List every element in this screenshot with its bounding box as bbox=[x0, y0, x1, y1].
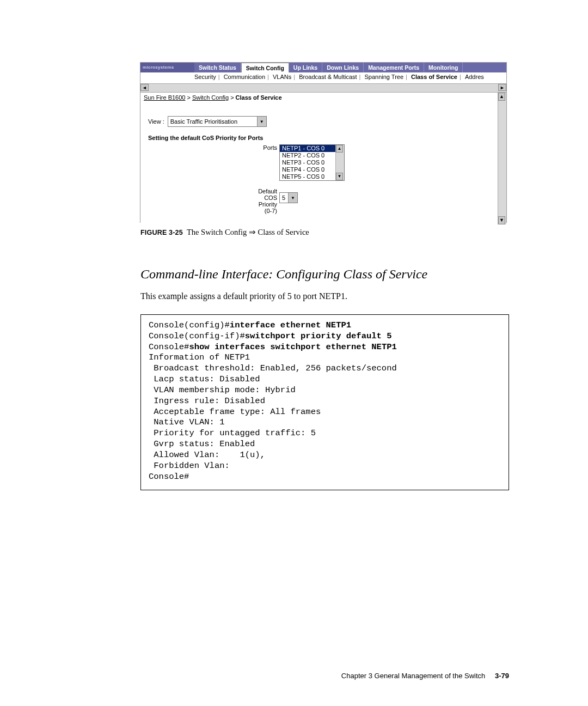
crumb-mid[interactable]: Switch Config bbox=[192, 94, 229, 101]
cli-example: Console(config)#interface ethernet NETP1… bbox=[140, 314, 509, 490]
cli-output: Broadcast threshold: Enabled, 256 packet… bbox=[149, 363, 397, 373]
cli-output: Priority for untagged traffic: 5 bbox=[149, 428, 316, 438]
primary-tabs: microsystems Switch Status Switch Config… bbox=[140, 63, 506, 72]
view-select[interactable]: Basic Traffic Prioritisation ▼ bbox=[168, 116, 267, 127]
footer-page-number: 3-79 bbox=[487, 672, 509, 680]
tab-down-links[interactable]: Down Links bbox=[322, 63, 364, 72]
cli-prompt: Console# bbox=[149, 342, 189, 352]
ports-option[interactable]: NETP5 - COS 0 bbox=[280, 173, 344, 180]
scroll-up-icon[interactable]: ▲ bbox=[336, 145, 343, 153]
cli-prompt: Console(config)# bbox=[149, 320, 230, 330]
scroll-up-icon[interactable]: ▲ bbox=[498, 93, 505, 101]
cli-output: Allowed Vlan: 1(u), bbox=[149, 450, 265, 460]
page-footer: Chapter 3 General Management of the Swit… bbox=[341, 672, 509, 680]
cli-cmd: interface ethernet NETP1 bbox=[230, 320, 351, 330]
ports-label: Ports bbox=[255, 144, 277, 151]
tab-switch-status[interactable]: Switch Status bbox=[194, 63, 241, 72]
tab-management-ports[interactable]: Management Ports bbox=[364, 63, 424, 72]
ports-option[interactable]: NETP3 - COS 0 bbox=[280, 159, 344, 166]
cli-cmd: switchport priority default 5 bbox=[245, 331, 392, 341]
caption-text-a: The Switch Config bbox=[187, 228, 249, 236]
cli-section-heading: Command-line Interface: Configuring Clas… bbox=[140, 267, 509, 282]
scroll-left-icon[interactable]: ◄ bbox=[140, 84, 149, 91]
ports-listbox[interactable]: NETP1 - COS 0 NETP2 - COS 0 NETP3 - COS … bbox=[279, 144, 345, 181]
scroll-down-icon[interactable]: ▼ bbox=[336, 173, 343, 180]
ports-option[interactable]: NETP2 - COS 0 bbox=[280, 152, 344, 159]
vscrollbar[interactable]: ▲ ▼ bbox=[498, 93, 506, 224]
subnav-cos[interactable]: Class of Service bbox=[409, 74, 459, 80]
chevron-down-icon[interactable]: ▼ bbox=[257, 117, 266, 126]
ports-option[interactable]: NETP1 - COS 0 bbox=[280, 145, 344, 152]
figure-number: FIGURE 3-25 bbox=[140, 229, 183, 236]
cli-prompt: Console# bbox=[149, 472, 189, 482]
cli-output: Information of NETP1 bbox=[149, 352, 250, 362]
scroll-right-icon[interactable]: ► bbox=[498, 84, 506, 91]
default-cos-label: DefaultCOSPriority(0-7) bbox=[241, 188, 277, 214]
hscrollbar[interactable]: ◄ ► bbox=[140, 83, 506, 93]
intro-paragraph: This example assigns a default priority … bbox=[140, 291, 509, 301]
tab-monitoring[interactable]: Monitoring bbox=[424, 63, 463, 72]
section-heading: Setting the default CoS Priority for Por… bbox=[148, 135, 506, 141]
subnav-communication[interactable]: Communication bbox=[222, 74, 267, 80]
footer-chapter: Chapter 3 General Management of the Swit… bbox=[341, 672, 485, 680]
cli-output: Lacp status: Disabled bbox=[149, 374, 260, 384]
subnav-security[interactable]: Security bbox=[193, 74, 218, 80]
cli-output: Native VLAN: 1 bbox=[149, 417, 225, 427]
switch-config-screenshot: microsystems Switch Status Switch Config… bbox=[140, 63, 506, 222]
cli-output: Acceptable frame type: All frames bbox=[149, 407, 321, 417]
cli-output: Forbidden Vlan: bbox=[149, 461, 230, 471]
ports-option[interactable]: NETP4 - COS 0 bbox=[280, 166, 344, 173]
subnav-spanning[interactable]: Spanning Tree bbox=[363, 74, 405, 80]
chevron-down-icon[interactable]: ▼ bbox=[288, 193, 297, 203]
listbox-scrollbar[interactable]: ▲ ▼ bbox=[335, 145, 344, 180]
subnav-vlans[interactable]: VLANs bbox=[271, 74, 293, 80]
subnav-broadcast[interactable]: Broadcast & Multicast bbox=[297, 74, 358, 80]
secondary-nav: Security| Communication| VLANs| Broadcas… bbox=[140, 72, 506, 83]
view-select-value: Basic Traffic Prioritisation bbox=[168, 118, 247, 125]
caption-text-b: Class of Service bbox=[256, 228, 309, 236]
cli-output: Gvrp status: Enabled bbox=[149, 439, 255, 449]
breadcrumb: Sun Fire B1600>Switch Config>Class of Se… bbox=[140, 93, 506, 102]
view-label: View : bbox=[148, 118, 164, 125]
scroll-down-icon[interactable]: ▼ bbox=[498, 216, 505, 224]
tab-up-links[interactable]: Up Links bbox=[289, 63, 322, 72]
crumb-root[interactable]: Sun Fire B1600 bbox=[144, 94, 185, 101]
cli-output: Ingress rule: Disabled bbox=[149, 396, 265, 406]
cli-prompt: Console(config-if)# bbox=[149, 331, 245, 341]
crumb-leaf: Class of Service bbox=[236, 94, 282, 101]
tab-switch-config[interactable]: Switch Config bbox=[241, 63, 289, 72]
figure-caption: FIGURE 3-25 The Switch Config ⇒ Class of… bbox=[140, 228, 509, 237]
content-pane: Sun Fire B1600>Switch Config>Class of Se… bbox=[140, 93, 506, 224]
cli-output: VLAN membership mode: Hybrid bbox=[149, 385, 296, 395]
subnav-address[interactable]: Addres bbox=[463, 74, 486, 80]
default-cos-select[interactable]: 5 ▼ bbox=[279, 192, 298, 203]
brand-logo: microsystems bbox=[140, 63, 194, 72]
cli-cmd: show interfaces switchport ethernet NETP… bbox=[189, 342, 396, 352]
